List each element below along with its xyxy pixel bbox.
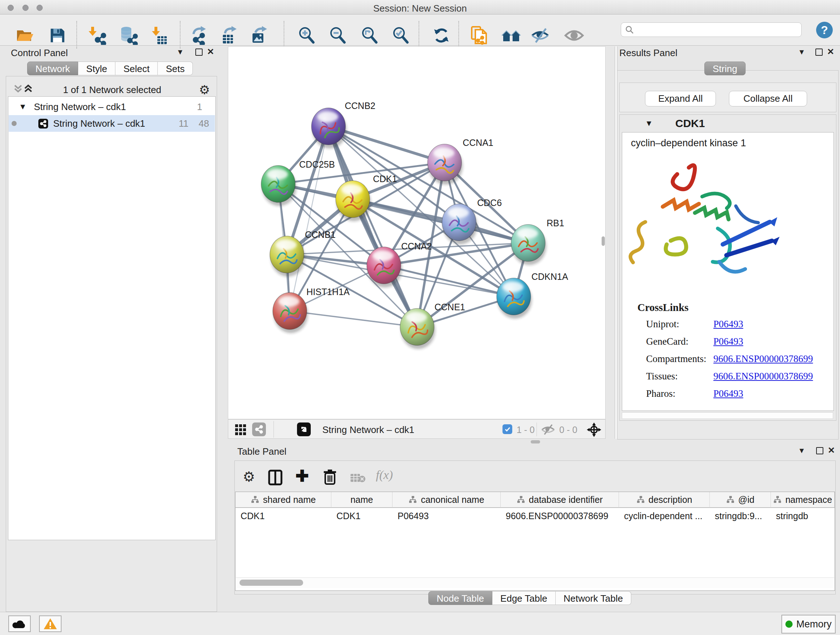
table-panel-collapse-icon[interactable]: ▾ bbox=[799, 445, 804, 455]
column-header-shared-name[interactable]: shared name bbox=[235, 492, 332, 508]
table-cell[interactable]: CDK1 bbox=[332, 508, 393, 524]
column-header-@id[interactable]: @id bbox=[710, 492, 771, 508]
network-row-selected[interactable]: String Network – cdk1 11 48 bbox=[9, 115, 215, 132]
graph-node-CCNA1[interactable] bbox=[428, 144, 462, 181]
apply-layout-refresh-button[interactable] bbox=[431, 25, 451, 46]
graph-node-CDC25B[interactable] bbox=[261, 165, 295, 203]
network-collection-row[interactable]: ▼ String Network – cdk1 1 bbox=[9, 98, 215, 115]
export-image-button[interactable] bbox=[250, 25, 270, 46]
column-header-description[interactable]: description bbox=[619, 492, 710, 508]
graph-node-CCNB1[interactable] bbox=[270, 236, 304, 273]
show-eye-button[interactable] bbox=[564, 25, 584, 46]
import-table-file-button[interactable] bbox=[149, 25, 169, 46]
warnings-button[interactable] bbox=[39, 616, 62, 632]
section-collapse-triangle-icon[interactable]: ▼ bbox=[645, 119, 653, 128]
open-session-button[interactable] bbox=[15, 25, 35, 46]
clone-network-button[interactable] bbox=[470, 25, 490, 46]
hide-glasses-button[interactable] bbox=[531, 25, 550, 46]
results-scrollbar[interactable] bbox=[622, 412, 833, 419]
crosslink-value-link[interactable]: 9606.ENSP00000378699 bbox=[714, 371, 813, 382]
import-network-from-database-button[interactable] bbox=[118, 25, 138, 46]
grid-view-icon[interactable] bbox=[235, 424, 246, 435]
export-network-icon bbox=[191, 26, 210, 45]
zoom-out-button[interactable] bbox=[328, 25, 348, 46]
column-header-database-identifier[interactable]: database identifier bbox=[501, 492, 619, 508]
graph-node-CDKN1A[interactable] bbox=[497, 278, 531, 315]
import-network-file-button[interactable] bbox=[87, 25, 107, 46]
results-panel-close-icon[interactable]: ✕ bbox=[827, 47, 834, 57]
network-canvas[interactable]: CCNB2CCNA1CDC25BCDK1CDC6RB1CCNB1CCNA2CDK… bbox=[228, 46, 606, 419]
collapse-all-button[interactable]: Collapse All bbox=[729, 91, 807, 106]
hidden-eye-icon[interactable] bbox=[541, 424, 555, 435]
selected-checkbox-icon[interactable] bbox=[502, 424, 512, 434]
global-search-field[interactable] bbox=[621, 22, 802, 37]
column-header-name[interactable]: name bbox=[332, 492, 393, 508]
column-header-canonical-name[interactable]: canonical name bbox=[393, 492, 501, 508]
zoom-selected-button[interactable] bbox=[392, 25, 411, 46]
graph-node-HIST1H1A[interactable] bbox=[273, 293, 307, 329]
table-options-gear-icon[interactable]: ⚙ bbox=[243, 469, 255, 485]
export-table-button[interactable] bbox=[220, 25, 240, 46]
graph-node-CDC6[interactable] bbox=[442, 204, 476, 241]
control-panel-collapse-icon[interactable]: ▾ bbox=[178, 47, 182, 57]
export-network-button[interactable] bbox=[190, 25, 210, 46]
tab-network[interactable]: Network bbox=[27, 62, 78, 75]
help-button[interactable]: ? bbox=[816, 22, 833, 38]
table-cell[interactable]: P06493 bbox=[393, 508, 501, 524]
zoom-fit-button[interactable] bbox=[360, 25, 380, 46]
tab-edge-table[interactable]: Edge Table bbox=[493, 591, 556, 605]
network-options-gear-icon[interactable]: ⚙ bbox=[199, 82, 210, 97]
tab-select[interactable]: Select bbox=[115, 62, 158, 75]
cloud-status-button[interactable] bbox=[8, 616, 31, 632]
graph-node-CCNB2[interactable] bbox=[311, 108, 346, 145]
results-panel-float-icon[interactable] bbox=[815, 49, 823, 57]
column-type-icon bbox=[409, 495, 417, 504]
save-session-button[interactable] bbox=[48, 25, 67, 46]
table-row[interactable]: CDK1CDK1P064939606.ENSP00000378699cyclin… bbox=[235, 508, 835, 524]
table-cell[interactable]: CDK1 bbox=[235, 508, 332, 524]
table-horizontal-scrollbar[interactable] bbox=[236, 578, 834, 588]
horizontal-splitter-grip[interactable] bbox=[531, 440, 540, 443]
graph-node-CCNA2[interactable] bbox=[367, 247, 401, 284]
search-input[interactable] bbox=[634, 24, 795, 35]
fit-content-crosshair-icon[interactable] bbox=[586, 422, 602, 437]
memory-button[interactable]: Memory bbox=[782, 615, 836, 633]
tab-style[interactable]: Style bbox=[78, 62, 115, 75]
zoom-in-button[interactable] bbox=[297, 25, 317, 46]
string-home-button[interactable] bbox=[502, 25, 521, 46]
expand-all-networks-icon[interactable] bbox=[23, 83, 33, 94]
control-panel-close-icon[interactable]: ✕ bbox=[207, 47, 214, 57]
graph-node-CDK1[interactable] bbox=[336, 181, 370, 218]
vertical-splitter-grip[interactable] bbox=[602, 236, 605, 246]
table-cell[interactable]: stringdb:9... bbox=[710, 508, 771, 524]
network-view-toolbar: String Network – cdk1 1 - 0 0 - 0 bbox=[228, 419, 606, 439]
table-cell[interactable]: 9606.ENSP00000378699 bbox=[501, 508, 619, 524]
table-cell[interactable]: cyclin-dependent ... bbox=[619, 508, 710, 524]
network-share-view-icon[interactable] bbox=[252, 423, 266, 436]
control-panel-float-icon[interactable] bbox=[195, 49, 202, 57]
gene-section-header[interactable]: ▼ CDK1 bbox=[620, 115, 836, 132]
delete-column-trash-icon[interactable] bbox=[323, 469, 337, 486]
table-cell[interactable]: stringdb bbox=[771, 508, 835, 524]
crosslink-value-link[interactable]: 9606.ENSP00000378699 bbox=[714, 353, 813, 364]
column-header-namespace[interactable]: namespace bbox=[771, 492, 835, 508]
tab-node-table[interactable]: Node Table bbox=[428, 591, 493, 605]
tab-network-table[interactable]: Network Table bbox=[556, 591, 631, 605]
table-panel-close-icon[interactable]: ✕ bbox=[828, 445, 835, 455]
scrollbar-thumb[interactable] bbox=[240, 580, 303, 586]
crosslink-value-link[interactable]: P06493 bbox=[714, 336, 744, 347]
expand-all-button[interactable]: Expand All bbox=[645, 91, 716, 106]
graph-node-CCNE1[interactable] bbox=[400, 309, 434, 345]
results-tab-string[interactable]: String bbox=[704, 62, 745, 75]
birdseye-view-icon[interactable] bbox=[297, 423, 311, 436]
crosslink-value-link[interactable]: P06493 bbox=[714, 388, 744, 399]
collapse-all-networks-icon[interactable] bbox=[13, 83, 23, 94]
crosslink-value-link[interactable]: P06493 bbox=[714, 318, 744, 330]
graph-node-RB1[interactable] bbox=[511, 225, 545, 261]
table-panel-float-icon[interactable] bbox=[816, 447, 823, 456]
create-column-plus-icon[interactable]: ✚ bbox=[295, 468, 309, 484]
results-panel-collapse-icon[interactable]: ▾ bbox=[799, 47, 804, 57]
collection-collapse-triangle-icon[interactable]: ▼ bbox=[19, 102, 27, 111]
tab-sets[interactable]: Sets bbox=[158, 62, 193, 75]
show-columns-icon[interactable] bbox=[268, 470, 283, 486]
